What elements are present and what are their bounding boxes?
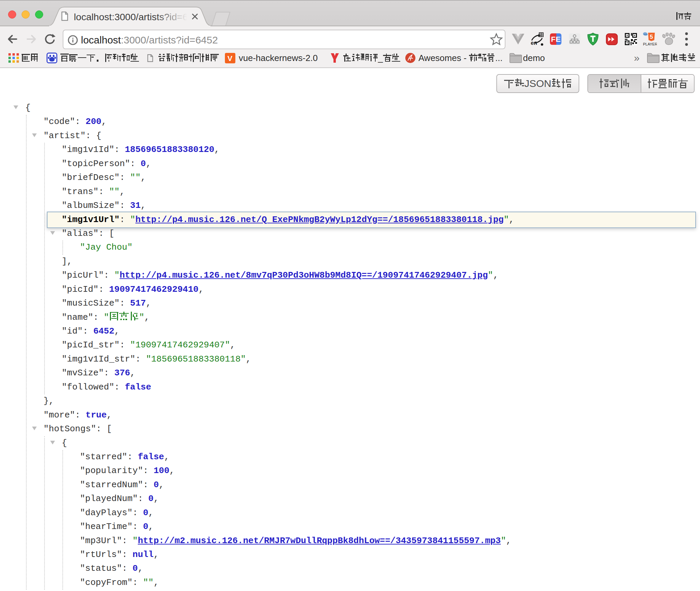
svg-text:V: V [228,54,233,63]
svg-text:F: F [551,35,555,43]
svg-text:en: en [531,40,537,46]
svg-text:E: E [556,35,561,43]
svg-text:5: 5 [650,34,653,40]
svg-text:PLAYER: PLAYER [643,42,657,46]
